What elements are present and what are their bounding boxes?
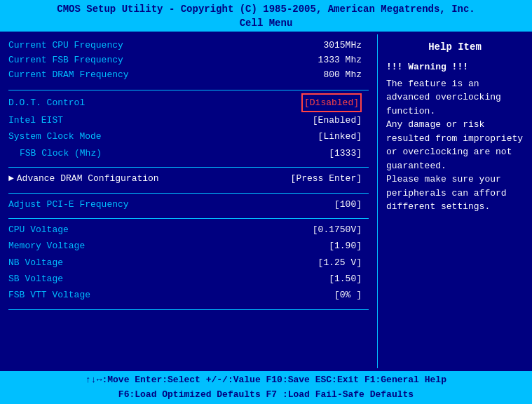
cpu-freq-row: Current CPU Frequency 3015MHz (8, 39, 369, 53)
help-text: !!! Warning !!! The feature is an advanc… (386, 60, 524, 214)
memory-voltage-label: Memory Voltage (8, 238, 85, 254)
memory-voltage-row[interactable]: Memory Voltage [1.90] (8, 238, 369, 254)
fsb-clock-value[interactable]: [1333] (329, 145, 362, 161)
pcie-section: Adjust PCI-E Frequency [100] (8, 196, 369, 213)
dram-freq-value: 800 Mhz (323, 68, 362, 83)
dot-control-value[interactable]: [Disabled] (301, 93, 362, 112)
divider3 (8, 193, 369, 194)
pcie-row[interactable]: Adjust PCI-E Frequency [100] (8, 196, 369, 213)
pcie-value[interactable]: [100] (334, 196, 362, 213)
nb-voltage-label: NB Voltage (8, 255, 63, 271)
title-line1: CMOS Setup Utility - Copyright (C) 1985-… (0, 3, 532, 17)
nb-voltage-row[interactable]: NB Voltage [1.25 V] (8, 255, 369, 271)
title-bar: CMOS Setup Utility - Copyright (C) 1985-… (0, 0, 532, 32)
advance-dram-row[interactable]: ► Advance DRAM Configuration [Press Ente… (8, 170, 369, 187)
dot-control-label: D.O.T. Control (8, 95, 85, 111)
memory-voltage-value[interactable]: [1.90] (329, 238, 362, 254)
title-line2: Cell Menu (0, 17, 532, 31)
intel-eist-label: Intel EIST (8, 112, 63, 128)
footer-line2: F6:Load Optimized Defaults F7 :Load Fail… (0, 388, 532, 403)
cpu-voltage-row[interactable]: CPU Voltage [0.1750V] (8, 222, 369, 238)
divider5 (8, 309, 369, 310)
help-body: The feature is an advanced overclocking … (386, 77, 524, 214)
divider1 (8, 90, 369, 90)
bios-screen: CMOS Setup Utility - Copyright (C) 1985-… (0, 0, 532, 404)
cpu-voltage-label: CPU Voltage (8, 222, 69, 238)
voltages-section: CPU Voltage [0.1750V] Memory Voltage [1.… (8, 222, 369, 304)
fsb-clock-row[interactable]: FSB Clock (Mhz) [1333] (8, 145, 369, 161)
warning-text: !!! Warning !!! (386, 60, 524, 74)
dram-freq-row: Current DRAM Frequency 800 Mhz (8, 68, 369, 83)
advance-dram-value[interactable]: [Press Enter] (291, 170, 362, 187)
sb-voltage-value[interactable]: [1.50] (329, 271, 362, 287)
footer: ↑↓↔:Move Enter:Select +/-/:Value F10:Sav… (0, 371, 532, 404)
fsb-vtt-voltage-label: FSB VTT Voltage (8, 287, 90, 303)
intel-eist-value[interactable]: [Enabled] (313, 112, 362, 128)
pcie-label: Adjust PCI-E Frequency (8, 196, 129, 213)
fsb-vtt-voltage-value[interactable]: [0% ] (334, 287, 362, 303)
fsb-freq-row: Current FSB Frequency 1333 Mhz (8, 53, 369, 68)
info-section: Current CPU Frequency 3015MHz Current FS… (8, 39, 369, 82)
fsb-vtt-voltage-row[interactable]: FSB VTT Voltage [0% ] (8, 287, 369, 303)
cpu-freq-value: 3015MHz (323, 39, 362, 53)
sb-voltage-label: SB Voltage (8, 271, 63, 287)
arrow-icon: ► (8, 170, 14, 187)
divider2 (8, 167, 369, 168)
sb-voltage-row[interactable]: SB Voltage [1.50] (8, 271, 369, 287)
help-title: Help Item (386, 40, 524, 55)
divider4 (8, 218, 369, 219)
cpu-freq-label: Current CPU Frequency (8, 39, 123, 53)
settings-section: D.O.T. Control [Disabled] Intel EIST [En… (8, 93, 369, 162)
sys-clock-value[interactable]: [Linked] (318, 128, 362, 144)
main-area: Current CPU Frequency 3015MHz Current FS… (0, 32, 532, 371)
fsb-freq-label: Current FSB Frequency (8, 53, 123, 68)
right-panel: Help Item !!! Warning !!! The feature is… (378, 34, 532, 368)
fsb-clock-label: FSB Clock (Mhz) (8, 145, 102, 161)
dot-control-row[interactable]: D.O.T. Control [Disabled] (8, 93, 369, 112)
advance-dram-label: ► Advance DRAM Configuration (8, 170, 159, 187)
footer-line1: ↑↓↔:Move Enter:Select +/-/:Value F10:Sav… (0, 373, 532, 388)
fsb-freq-value: 1333 Mhz (318, 53, 362, 68)
sys-clock-row[interactable]: System Clock Mode [Linked] (8, 128, 369, 144)
dram-freq-label: Current DRAM Frequency (8, 68, 129, 83)
cpu-voltage-value[interactable]: [0.1750V] (313, 222, 362, 238)
advance-section: ► Advance DRAM Configuration [Press Ente… (8, 170, 369, 187)
left-panel: Current CPU Frequency 3015MHz Current FS… (0, 34, 378, 368)
nb-voltage-value[interactable]: [1.25 V] (318, 255, 362, 271)
intel-eist-row[interactable]: Intel EIST [Enabled] (8, 112, 369, 128)
sys-clock-label: System Clock Mode (8, 128, 102, 144)
